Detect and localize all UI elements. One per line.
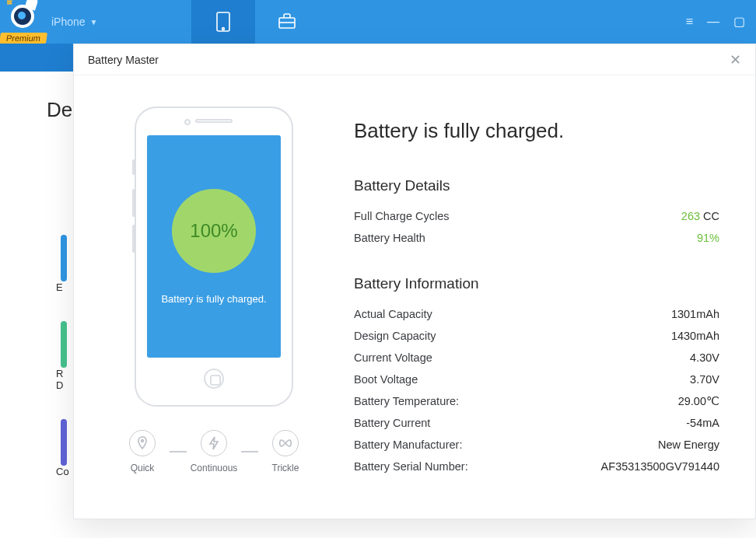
info-value: 29.00℃ <box>678 395 719 407</box>
battery-details-list: Full Charge Cycles263CCBattery Health91% <box>354 205 719 249</box>
info-label: Battery Serial Number: <box>354 460 468 473</box>
app-topbar: ♛ Premium iPhone ▼ ≡ — ▢ <box>0 0 756 44</box>
info-label: Battery Health <box>354 232 425 244</box>
battery-info-panel: Battery is fully charged. Battery Detail… <box>354 75 755 520</box>
app-logo: ♛ Premium <box>0 0 47 44</box>
mode-label: Quick <box>131 463 155 473</box>
mode-trickle[interactable]: Trickle <box>258 430 313 473</box>
window-controls: ≡ — ▢ <box>686 0 756 44</box>
nav-tabs <box>191 0 319 44</box>
modal-header: Battery Master ✕ <box>74 44 755 75</box>
info-label: Current Voltage <box>354 351 432 364</box>
device-selector-label: iPhone <box>51 16 86 28</box>
phone-panel: 100% Battery is fully charged. Quick Con… <box>74 75 354 520</box>
info-unit: CC <box>703 210 719 222</box>
battery-headline: Battery is fully charged. <box>354 119 719 143</box>
menu-icon[interactable]: ≡ <box>686 16 693 28</box>
svg-point-4 <box>142 440 144 442</box>
battery-master-modal: Battery Master ✕ 100% Battery is fully c… <box>73 44 756 519</box>
phone-status-text: Battery is fully charged. <box>161 293 266 305</box>
info-label: Battery Manufacturer: <box>354 438 462 451</box>
info-label: Battery Current <box>354 417 430 429</box>
infinity-icon <box>278 438 293 449</box>
info-row: Design Capacity1430mAh <box>354 325 719 347</box>
mode-quick[interactable]: Quick <box>115 430 170 473</box>
bg-label: E <box>56 281 69 293</box>
info-value: 263CC <box>681 210 719 222</box>
bg-label: Co <box>56 466 69 477</box>
info-value: AF35313500GV791440 <box>601 460 719 473</box>
phone-screen: 100% Battery is fully charged. <box>147 135 281 358</box>
bg-label: R D <box>56 368 69 391</box>
info-row: Battery Manufacturer:New Energy <box>354 434 719 456</box>
section-title-details: Battery Details <box>354 177 719 194</box>
tablet-icon <box>212 10 235 33</box>
pin-icon <box>135 436 149 450</box>
charge-percent: 100% <box>172 189 256 273</box>
modal-title: Battery Master <box>88 54 159 66</box>
info-row: Battery Current-54mA <box>354 412 719 434</box>
info-row: Full Charge Cycles263CC <box>354 205 719 227</box>
info-row: Battery Temperature:29.00℃ <box>354 390 719 412</box>
info-row: Boot Voltage3.70V <box>354 369 719 390</box>
nav-tab-toolbox[interactable] <box>255 0 319 44</box>
crown-icon: ♛ <box>5 0 15 7</box>
mode-label: Continuous <box>191 463 238 473</box>
info-row: Actual Capacity1301mAh <box>354 303 719 325</box>
phone-mock: 100% Battery is fully charged. <box>135 107 293 407</box>
svg-rect-0 <box>217 12 229 31</box>
info-label: Full Charge Cycles <box>354 210 450 222</box>
close-button[interactable]: ✕ <box>730 51 741 68</box>
info-row: Battery Serial Number:AF35313500GV791440 <box>354 456 719 477</box>
info-label: Boot Voltage <box>354 373 418 386</box>
info-label: Actual Capacity <box>354 308 432 320</box>
mode-continuous[interactable]: Continuous <box>187 430 241 473</box>
info-value: New Energy <box>658 438 719 451</box>
minimize-button[interactable]: — <box>707 16 719 28</box>
info-row: Battery Health91% <box>354 227 719 249</box>
mode-label: Trickle <box>272 463 299 473</box>
bolt-icon <box>207 436 221 450</box>
briefcase-icon <box>275 10 299 33</box>
info-value: 1430mAh <box>671 330 719 342</box>
chevron-down-icon: ▼ <box>90 18 98 26</box>
nav-tab-device[interactable] <box>191 0 255 44</box>
charge-modes: Quick Continuous Trickle <box>115 430 313 473</box>
premium-badge: Premium <box>0 33 47 44</box>
svg-point-1 <box>222 28 224 30</box>
info-label: Design Capacity <box>354 330 436 342</box>
maximize-button[interactable]: ▢ <box>733 16 745 28</box>
device-selector[interactable]: iPhone ▼ <box>47 0 98 44</box>
home-button-icon <box>204 369 224 389</box>
info-label: Battery Temperature: <box>354 395 459 407</box>
info-value: 1301mAh <box>671 308 719 320</box>
info-value: 4.30V <box>690 351 719 364</box>
info-row: Current Voltage4.30V <box>354 347 719 369</box>
section-title-info: Battery Information <box>354 275 719 292</box>
battery-info-list: Actual Capacity1301mAhDesign Capacity143… <box>354 303 719 477</box>
info-value: -54mA <box>686 417 719 429</box>
info-value: 91% <box>697 232 719 244</box>
info-value: 3.70V <box>690 373 719 386</box>
